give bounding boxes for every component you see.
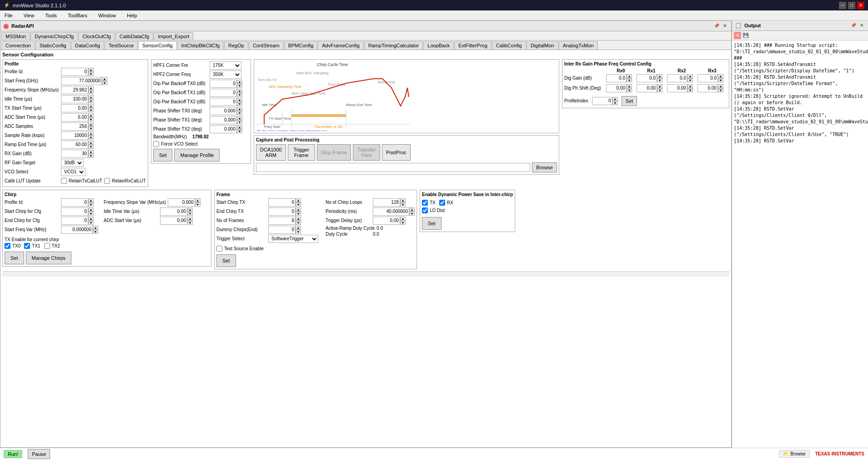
rx-gain-input[interactable] — [61, 150, 88, 158]
start-freq-up[interactable]: ▲ — [102, 77, 107, 81]
dig-ph-rx0-input[interactable] — [606, 84, 627, 92]
start-freq-down[interactable]: ▼ — [102, 81, 107, 85]
output-close-button[interactable]: ✕ — [858, 22, 865, 29]
vco-select-dropdown[interactable]: VCO1 — [61, 168, 85, 176]
dig-ph-rx2-up[interactable]: ▲ — [687, 84, 693, 88]
end-chirp-tx-up[interactable]: ▲ — [296, 207, 301, 212]
dig-gain-rx3-input[interactable] — [697, 74, 718, 82]
dig-ph-rx3-up[interactable]: ▲ — [718, 84, 723, 88]
freq-slope-input[interactable] — [61, 86, 88, 94]
periodicity-up[interactable]: ▲ — [409, 207, 415, 212]
dig-gain-rx2-down[interactable]: ▼ — [687, 78, 693, 82]
retain-tx-cal-lut-checkbox[interactable] — [61, 178, 67, 184]
idle-time-var-input[interactable] — [160, 207, 187, 216]
no-of-frames-input[interactable] — [268, 217, 296, 225]
profile-id-up[interactable]: ▲ — [88, 68, 94, 72]
dig-ph-rx1-input[interactable] — [637, 84, 657, 92]
tab-calibconfig[interactable]: CalibConfig — [492, 41, 526, 50]
tx-start-time-down[interactable]: ▼ — [88, 108, 94, 112]
no-chirp-loops-input[interactable] — [373, 198, 400, 207]
phase-shift-tx1-up[interactable]: ▲ — [237, 116, 242, 120]
profile-id-input[interactable] — [61, 68, 88, 76]
tab-bpmconfig[interactable]: BPMConfig — [284, 41, 318, 50]
adc-start-var-up[interactable]: ▲ — [187, 217, 193, 221]
dig-ph-rx1-down[interactable]: ▼ — [657, 88, 662, 92]
minimize-button[interactable]: ─ — [839, 2, 846, 9]
start-chirp-cfg-input[interactable] — [61, 207, 88, 216]
dig-gain-rx3-up[interactable]: ▲ — [718, 74, 723, 78]
start-freq-input[interactable] — [61, 77, 102, 85]
run-button[interactable]: Run! — [4, 450, 22, 458]
output-save-button[interactable]: 💾 — [742, 32, 749, 39]
dig-gain-rx3-down[interactable]: ▼ — [718, 78, 723, 82]
dig-gain-rx1-input[interactable] — [637, 74, 657, 82]
tab-regop[interactable]: RegOp — [224, 41, 248, 50]
stop-frame-button[interactable]: Stop Frame — [317, 144, 351, 161]
adc-samples-down[interactable]: ▼ — [88, 126, 94, 131]
hpf1-select[interactable]: 175K235K350K700K — [210, 61, 241, 70]
start-chirp-cfg-down[interactable]: ▼ — [88, 212, 94, 216]
menu-tools[interactable]: Tools — [42, 12, 60, 19]
start-freq-var-up[interactable]: ▲ — [93, 226, 98, 230]
freq-slope-var-input[interactable] — [168, 198, 195, 207]
pause-button[interactable]: Pause — [28, 449, 50, 459]
radar-pin-button[interactable]: 📌 — [713, 22, 720, 30]
rf-gain-target-select[interactable]: 30dB — [61, 159, 84, 167]
test-source-enable-checkbox[interactable] — [216, 246, 222, 252]
freq-slope-down[interactable]: ▼ — [88, 90, 94, 94]
phase-shift-tx2-input[interactable] — [210, 125, 237, 133]
adc-start-time-down[interactable]: ▼ — [88, 117, 94, 121]
no-chirp-loops-up[interactable]: ▲ — [400, 198, 406, 202]
profile-id-down[interactable]: ▼ — [88, 72, 94, 76]
chirp-profile-id-up[interactable]: ▲ — [88, 198, 94, 202]
dp-tx-checkbox[interactable] — [422, 200, 428, 206]
dig-ph-rx3-down[interactable]: ▼ — [718, 88, 723, 92]
op-pwr-tx0-down[interactable]: ▼ — [237, 84, 242, 88]
retain-rx-cal-lut-checkbox[interactable] — [104, 178, 110, 184]
op-pwr-tx0-input[interactable] — [210, 80, 237, 88]
freq-slope-up[interactable]: ▲ — [88, 86, 94, 90]
periodicity-down[interactable]: ▼ — [409, 212, 415, 216]
dig-gain-rx0-down[interactable]: ▼ — [627, 78, 632, 82]
ramp-end-time-down[interactable]: ▼ — [88, 145, 94, 149]
menu-toolbars[interactable]: ToolBars — [65, 12, 90, 19]
tab-calibdatacfg[interactable]: CalibDataCfg — [115, 32, 153, 40]
chirp-profile-id-down[interactable]: ▼ — [88, 202, 94, 207]
browse-button[interactable]: Browse — [532, 162, 557, 172]
adc-start-time-up[interactable]: ▲ — [88, 113, 94, 117]
tx-start-time-up[interactable]: ▲ — [88, 104, 94, 108]
phase-shift-tx2-up[interactable]: ▲ — [237, 125, 242, 129]
ramp-end-time-input[interactable] — [61, 141, 88, 149]
manage-chirps-button[interactable]: Manage Chirps — [26, 252, 72, 264]
tx2-checkbox[interactable] — [44, 243, 50, 249]
tab-contstream[interactable]: ContStream — [249, 41, 284, 50]
end-chirp-cfg-down[interactable]: ▼ — [88, 221, 94, 225]
adc-start-time-input[interactable] — [61, 113, 88, 121]
dig-ph-rx1-up[interactable]: ▲ — [657, 84, 662, 88]
dummy-chirps-end-down[interactable]: ▼ — [296, 230, 301, 234]
tab-importexport[interactable]: Import_Export — [154, 32, 193, 40]
phase-shift-tx2-down[interactable]: ▼ — [237, 129, 242, 133]
dig-gain-rx1-down[interactable]: ▼ — [657, 78, 662, 82]
menu-file[interactable]: File — [2, 12, 15, 19]
hpf2-select[interactable]: 175K235K350K700K — [210, 71, 241, 79]
dig-gain-rx0-input[interactable] — [606, 74, 627, 82]
start-chirp-tx-input[interactable] — [268, 198, 296, 207]
op-pwr-tx0-up[interactable]: ▲ — [237, 80, 242, 84]
op-pwr-tx1-down[interactable]: ▼ — [237, 93, 242, 97]
end-chirp-tx-input[interactable] — [268, 207, 296, 216]
dig-gain-rx2-up[interactable]: ▲ — [687, 74, 693, 78]
sample-rate-up[interactable]: ▲ — [88, 131, 94, 136]
postproc-button[interactable]: PostProc — [382, 144, 411, 161]
end-chirp-cfg-up[interactable]: ▲ — [88, 217, 94, 221]
set-frame-button[interactable]: Set — [216, 254, 236, 267]
start-chirp-cfg-up[interactable]: ▲ — [88, 207, 94, 212]
trigger-select-dropdown[interactable]: SoftwareTrigger HardwareTrigger — [268, 235, 318, 243]
phase-shift-tx1-input[interactable] — [210, 116, 237, 124]
tab-sensorconfig[interactable]: SensorConfig — [138, 41, 177, 50]
tx1-checkbox[interactable] — [24, 243, 30, 249]
menu-help[interactable]: Help — [124, 12, 140, 19]
dca1000-arm-button[interactable]: DCA1000ARM — [256, 144, 286, 161]
freq-slope-var-down[interactable]: ▼ — [195, 202, 201, 207]
idle-time-var-down[interactable]: ▼ — [187, 212, 193, 216]
